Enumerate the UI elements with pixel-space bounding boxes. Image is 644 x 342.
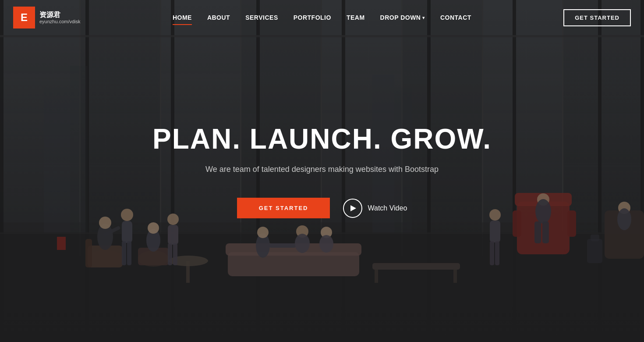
nav-item-home[interactable]: HOME — [173, 14, 192, 21]
watch-video-button[interactable]: Watch Video — [343, 199, 407, 218]
hero-title: PLAN. LAUNCH. GROW. — [125, 124, 519, 154]
hero-subtitle: We are team of talented designers making… — [125, 163, 519, 176]
nav-item-contact[interactable]: CONTACT — [440, 14, 471, 21]
nav-link-about[interactable]: ABOUT — [207, 12, 230, 23]
nav-item-dropdown[interactable]: DROP DOWN ▾ — [380, 14, 425, 21]
play-triangle-icon — [350, 205, 356, 211]
logo-text: 资源君 eyunzhu.com/vdisk — [39, 11, 81, 25]
nav-menu: HOME ABOUT SERVICES PORTFOLIO TEAM DROP … — [173, 14, 471, 21]
logo[interactable]: E 资源君 eyunzhu.com/vdisk — [13, 7, 81, 28]
nav-item-services[interactable]: SERVICES — [245, 14, 278, 21]
logo-subtitle: eyunzhu.com/vdisk — [39, 19, 81, 25]
nav-link-home[interactable]: HOME — [173, 12, 192, 23]
nav-link-dropdown[interactable]: DROP DOWN ▾ — [380, 14, 425, 21]
nav-link-portfolio[interactable]: PORTFOLIO — [294, 12, 331, 23]
hero-content: PLAN. LAUNCH. GROW. We are team of talen… — [125, 124, 519, 218]
nav-item-team[interactable]: TEAM — [347, 14, 365, 21]
nav-link-services[interactable]: SERVICES — [245, 12, 278, 23]
hero-buttons: GET STARTED Watch Video — [125, 198, 519, 218]
watch-video-label: Watch Video — [368, 204, 407, 212]
navbar-cta-button[interactable]: GET STARTED — [563, 9, 631, 26]
nav-link-team[interactable]: TEAM — [347, 12, 365, 23]
get-started-button[interactable]: GET STARTED — [237, 198, 330, 218]
nav-item-portfolio[interactable]: PORTFOLIO — [294, 14, 331, 21]
play-circle-icon — [343, 199, 362, 218]
navbar: E 资源君 eyunzhu.com/vdisk HOME ABOUT SERVI… — [0, 0, 644, 35]
dropdown-arrow-icon: ▾ — [422, 15, 425, 20]
nav-link-contact[interactable]: CONTACT — [440, 12, 471, 23]
logo-name: 资源君 — [39, 11, 81, 19]
logo-icon: E — [13, 7, 35, 28]
nav-item-about[interactable]: ABOUT — [207, 14, 230, 21]
